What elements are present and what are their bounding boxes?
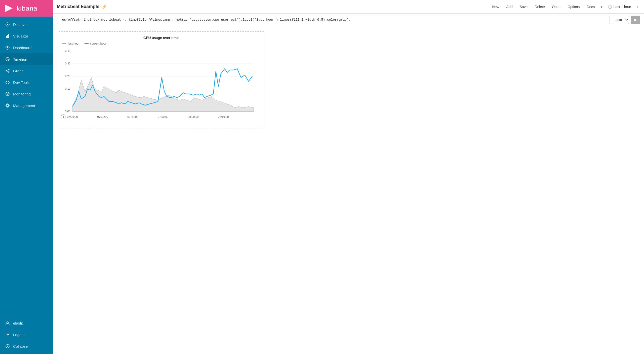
svg-text:08:10:00: 08:10:00 xyxy=(218,115,229,118)
sidebar-item-devtools[interactable]: Dev Tools xyxy=(0,77,53,88)
sidebar-item-graph-label: Graph xyxy=(13,69,24,73)
chart-svg: 0.40 0.30 0.20 0.10 0.00 xyxy=(62,47,259,123)
svg-text:08:00:00: 08:00:00 xyxy=(188,115,199,118)
collapse-icon xyxy=(5,344,10,349)
chart-legend: last hour current hour xyxy=(62,42,260,45)
discover-icon xyxy=(5,22,10,27)
legend-last-hour: last hour xyxy=(62,42,79,45)
next-button[interactable]: › xyxy=(635,3,640,11)
sidebar-nav: Discover Visualize Dashboard Timelion Gr xyxy=(0,17,53,313)
interval-select[interactable]: auto xyxy=(612,16,629,24)
sidebar-item-logout[interactable]: Logout xyxy=(0,329,53,340)
docs-button[interactable]: Docs xyxy=(584,3,598,10)
sidebar-item-visualize-label: Visualize xyxy=(13,34,28,38)
query-bar: auto ▶ xyxy=(53,14,644,26)
run-button[interactable]: ▶ xyxy=(631,16,640,24)
svg-text:07:40:00: 07:40:00 xyxy=(128,115,138,118)
svg-point-12 xyxy=(8,69,10,70)
lightning-icon: ⚡ xyxy=(101,4,107,10)
svg-line-15 xyxy=(7,71,8,72)
management-icon xyxy=(5,103,10,108)
svg-text:0.10: 0.10 xyxy=(65,87,70,90)
timelion-icon xyxy=(5,57,10,62)
devtools-icon xyxy=(5,80,10,85)
open-button[interactable]: Open xyxy=(549,3,564,10)
sidebar-item-discover-label: Discover xyxy=(13,22,28,27)
main-area: Metricbeat Example ⚡ New Add Save Delete… xyxy=(53,0,644,354)
prev-button[interactable]: ‹ xyxy=(599,3,604,11)
sidebar-divider xyxy=(0,315,53,315)
visualize-icon xyxy=(5,33,10,39)
svg-point-18 xyxy=(7,94,8,94)
sidebar: kibana Discover Visualize Dashboard Tim xyxy=(0,0,53,354)
sidebar-item-collapse[interactable]: Collapse xyxy=(0,340,53,352)
kibana-logo-text: kibana xyxy=(17,5,37,12)
time-range-label: Last 1 hour xyxy=(614,5,631,9)
clock-icon: 🕐 xyxy=(608,5,612,9)
page-title-text: Metricbeat Example xyxy=(57,4,99,9)
sidebar-item-collapse-label: Collapse xyxy=(13,344,28,348)
user-icon xyxy=(5,321,10,326)
sidebar-item-logout-label: Logout xyxy=(13,333,25,337)
legend-current-hour-color xyxy=(85,43,89,44)
sidebar-item-monitoring[interactable]: Monitoring xyxy=(0,88,53,100)
sidebar-item-management-label: Management xyxy=(13,103,35,108)
sidebar-item-management[interactable]: Management xyxy=(0,100,53,111)
chart-container: CPU usage over time last hour current ho… xyxy=(58,31,264,128)
sidebar-item-user[interactable]: elastic xyxy=(0,317,53,329)
page-title: Metricbeat Example ⚡ xyxy=(57,4,107,10)
save-button[interactable]: Save xyxy=(516,3,531,10)
monitoring-icon xyxy=(5,91,10,96)
svg-text:0.30: 0.30 xyxy=(65,62,70,65)
svg-text:07:50:00: 07:50:00 xyxy=(158,115,169,118)
logo-area[interactable]: kibana xyxy=(0,0,53,17)
sidebar-item-monitoring-label: Monitoring xyxy=(13,92,31,96)
svg-rect-4 xyxy=(7,35,8,38)
legend-last-hour-color xyxy=(62,43,66,44)
svg-point-11 xyxy=(6,70,7,72)
sidebar-item-visualize[interactable]: Visualize xyxy=(0,30,53,42)
logout-icon xyxy=(5,332,10,337)
svg-text:0.40: 0.40 xyxy=(65,49,70,52)
svg-text:0.20: 0.20 xyxy=(65,75,70,78)
sidebar-item-devtools-label: Dev Tools xyxy=(13,80,30,85)
svg-marker-0 xyxy=(5,5,13,12)
dashboard-icon xyxy=(5,45,10,50)
query-input[interactable] xyxy=(57,16,610,24)
sidebar-item-dashboard-label: Dashboard xyxy=(13,46,31,50)
chart-title: CPU usage over time xyxy=(62,36,260,40)
kibana-logo-icon xyxy=(4,4,14,13)
svg-text:07:20:00: 07:20:00 xyxy=(67,115,78,118)
svg-rect-5 xyxy=(8,34,9,38)
svg-point-19 xyxy=(7,105,9,107)
sidebar-item-user-label: elastic xyxy=(13,321,24,325)
time-range[interactable]: 🕐 Last 1 hour xyxy=(605,4,634,10)
sidebar-item-dashboard[interactable]: Dashboard xyxy=(0,42,53,53)
topbar-actions: New Add Save Delete Open Options Docs ‹ … xyxy=(489,3,640,11)
new-button[interactable]: New xyxy=(489,3,502,10)
sidebar-item-timelion-label: Timelion xyxy=(13,57,27,61)
svg-rect-3 xyxy=(6,36,7,38)
legend-current-hour-label: current hour xyxy=(90,42,106,45)
legend-current-hour: current hour xyxy=(85,42,106,45)
sidebar-bottom: elastic Logout Collapse xyxy=(0,313,53,354)
add-button[interactable]: Add xyxy=(503,3,516,10)
topbar: Metricbeat Example ⚡ New Add Save Delete… xyxy=(53,0,644,14)
svg-point-13 xyxy=(8,72,10,73)
chart-badge: 1 xyxy=(61,114,66,119)
sidebar-item-timelion[interactable]: Timelion xyxy=(0,53,53,65)
options-button[interactable]: Options xyxy=(565,3,583,10)
svg-line-9 xyxy=(8,47,9,47)
svg-point-20 xyxy=(7,322,9,324)
graph-icon xyxy=(5,68,10,73)
sidebar-item-discover[interactable]: Discover xyxy=(0,19,53,30)
chart-svg-wrapper: 0.40 0.30 0.20 0.10 0.00 xyxy=(62,47,260,124)
delete-button[interactable]: Delete xyxy=(532,3,548,10)
svg-text:0.00: 0.00 xyxy=(65,110,70,113)
svg-point-2 xyxy=(7,24,8,25)
svg-line-14 xyxy=(7,70,8,70)
svg-point-7 xyxy=(7,47,8,48)
sidebar-item-graph[interactable]: Graph xyxy=(0,65,53,77)
content-area: CPU usage over time last hour current ho… xyxy=(53,26,644,354)
legend-last-hour-label: last hour xyxy=(68,42,79,45)
